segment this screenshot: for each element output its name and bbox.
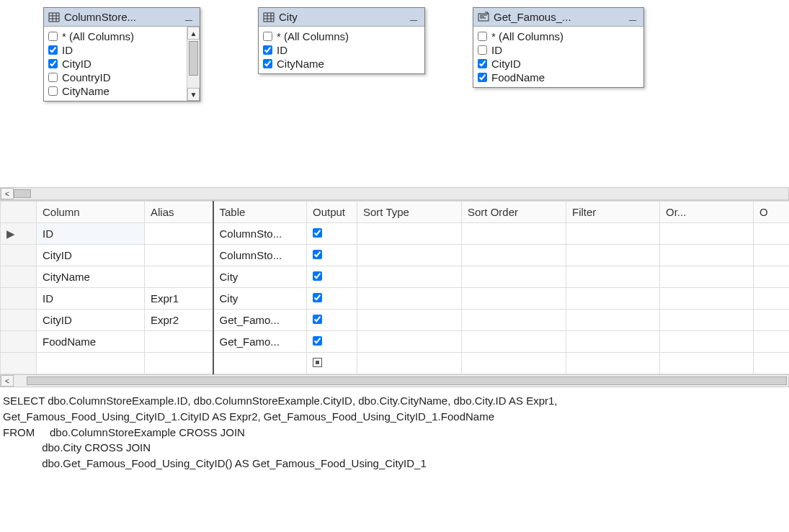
grid-cell-filter[interactable]	[566, 288, 660, 310]
grid-cell-table[interactable]: ColumnSto...	[213, 245, 307, 266]
column-list[interactable]: * (All Columns)IDCityIDCountryIDCityName	[44, 27, 187, 101]
grid-cell-o[interactable]	[754, 331, 790, 353]
grid-cell-output[interactable]	[307, 353, 357, 374]
grid-header[interactable]: Sort Order	[462, 202, 566, 223]
row-selector[interactable]	[1, 331, 37, 353]
column-list[interactable]: * (All Columns)IDCityName	[259, 27, 424, 73]
minimize-button[interactable]: _	[407, 12, 420, 23]
output-checkbox[interactable]	[313, 271, 322, 281]
column-checkbox[interactable]	[478, 32, 487, 41]
table-vscrollbar[interactable]: ▲▼	[187, 27, 200, 101]
grid-cell-alias[interactable]: Expr1	[145, 288, 213, 310]
grid-cell-column[interactable]	[37, 353, 145, 374]
grid-cell-o[interactable]	[754, 310, 790, 331]
grid-cell-output[interactable]	[307, 245, 357, 266]
grid-cell-or[interactable]	[660, 223, 754, 245]
grid-cell-table[interactable]: Get_Famo...	[213, 331, 307, 353]
output-checkbox[interactable]	[313, 336, 322, 346]
table-titlebar[interactable]: ColumnStore..._	[44, 8, 200, 27]
grid-row[interactable]: CityIDColumnSto...	[1, 245, 790, 266]
scroll-left-button[interactable]: <	[1, 188, 14, 199]
grid-cell-filter[interactable]	[566, 310, 660, 331]
grid-header[interactable]: Output	[307, 202, 357, 223]
table-titlebar[interactable]: City_	[259, 8, 424, 27]
sql-pane[interactable]: SELECT dbo.ColumnStoreExample.ID, dbo.Co…	[0, 387, 789, 486]
grid-cell-output[interactable]	[307, 288, 357, 310]
grid-cell-column[interactable]: ID	[37, 288, 145, 310]
grid-cell-table[interactable]	[213, 353, 307, 374]
row-selector[interactable]	[1, 266, 37, 288]
output-checkbox[interactable]	[313, 250, 322, 259]
grid-cell-alias[interactable]	[145, 223, 213, 245]
grid-cell-filter[interactable]	[566, 266, 660, 288]
output-checkbox-indeterminate[interactable]	[313, 358, 322, 367]
grid-header[interactable]: Or...	[660, 202, 754, 223]
column-item[interactable]: ID	[45, 43, 185, 57]
column-checkbox[interactable]	[48, 73, 58, 82]
column-checkbox[interactable]	[48, 32, 58, 41]
minimize-button[interactable]: _	[626, 12, 639, 23]
grid-header[interactable]: Sort Type	[357, 202, 462, 223]
grid-row[interactable]	[1, 353, 790, 374]
table-titlebar[interactable]: Get_Famous_..._	[473, 8, 643, 27]
grid-cell-output[interactable]	[307, 266, 357, 288]
column-item[interactable]: * (All Columns)	[475, 30, 642, 43]
scroll-track[interactable]	[14, 375, 788, 387]
grid-cell-sortType[interactable]	[357, 331, 462, 353]
grid-cell-alias[interactable]	[145, 245, 213, 266]
grid-header[interactable]: Filter	[566, 202, 660, 223]
scroll-track[interactable]	[187, 40, 200, 88]
column-checkbox[interactable]	[263, 32, 272, 41]
grid-cell-table[interactable]: City	[213, 266, 307, 288]
column-checkbox[interactable]	[48, 86, 58, 96]
grid-cell-sortOrder[interactable]	[462, 245, 566, 266]
grid-cell-sortOrder[interactable]	[462, 310, 566, 331]
grid-row[interactable]: ▶IDColumnSto...	[1, 223, 790, 245]
output-checkbox[interactable]	[313, 293, 322, 302]
grid-cell-filter[interactable]	[566, 245, 660, 266]
table-window-t1[interactable]: City_* (All Columns)IDCityName	[258, 7, 425, 74]
grid-cell-sortOrder[interactable]	[462, 353, 566, 374]
grid-cell-column[interactable]: ID	[37, 223, 145, 245]
scroll-up-button[interactable]: ▲	[187, 27, 200, 40]
diagram-pane[interactable]: ColumnStore..._* (All Columns)IDCityIDCo…	[0, 0, 789, 187]
grid-cell-or[interactable]	[660, 310, 754, 331]
grid-header[interactable]: Table	[213, 202, 307, 223]
column-checkbox[interactable]	[48, 59, 58, 68]
grid-cell-output[interactable]	[307, 223, 357, 245]
scroll-thumb[interactable]	[27, 377, 787, 385]
grid-hscrollbar[interactable]: <	[0, 374, 789, 387]
grid-cell-alias[interactable]	[145, 353, 213, 374]
grid-row[interactable]: IDExpr1City	[1, 288, 790, 310]
grid-cell-column[interactable]: CityID	[37, 310, 145, 331]
grid-cell-table[interactable]: ColumnSto...	[213, 223, 307, 245]
grid-cell-or[interactable]	[660, 245, 754, 266]
grid-cell-sortType[interactable]	[357, 223, 462, 245]
grid-row[interactable]: CityNameCity	[1, 266, 790, 288]
column-checkbox[interactable]	[478, 73, 487, 82]
grid-cell-sortType[interactable]	[357, 310, 462, 331]
grid-cell-column[interactable]: FoodName	[37, 331, 145, 353]
scroll-track[interactable]	[14, 188, 788, 199]
grid-cell-o[interactable]	[754, 245, 790, 266]
grid-cell-filter[interactable]	[566, 353, 660, 374]
table-window-t0[interactable]: ColumnStore..._* (All Columns)IDCityIDCo…	[43, 7, 200, 102]
column-checkbox[interactable]	[478, 45, 487, 55]
grid-cell-filter[interactable]	[566, 331, 660, 353]
column-item[interactable]: CityID	[475, 57, 642, 71]
row-selector[interactable]	[1, 353, 37, 374]
grid-cell-output[interactable]	[307, 331, 357, 353]
grid-cell-filter[interactable]	[566, 223, 660, 245]
grid-cell-sortOrder[interactable]	[462, 331, 566, 353]
grid-cell-alias[interactable]	[145, 266, 213, 288]
column-item[interactable]: FoodName	[475, 71, 642, 84]
column-checkbox[interactable]	[263, 59, 272, 68]
grid-cell-sortOrder[interactable]	[462, 288, 566, 310]
column-list[interactable]: * (All Columns)IDCityIDFoodName	[473, 27, 643, 87]
grid-cell-table[interactable]: City	[213, 288, 307, 310]
grid-cell-or[interactable]	[660, 331, 754, 353]
column-item[interactable]: CityID	[45, 57, 185, 71]
column-checkbox[interactable]	[478, 59, 487, 68]
output-checkbox[interactable]	[313, 315, 322, 324]
minimize-button[interactable]: _	[182, 12, 195, 23]
